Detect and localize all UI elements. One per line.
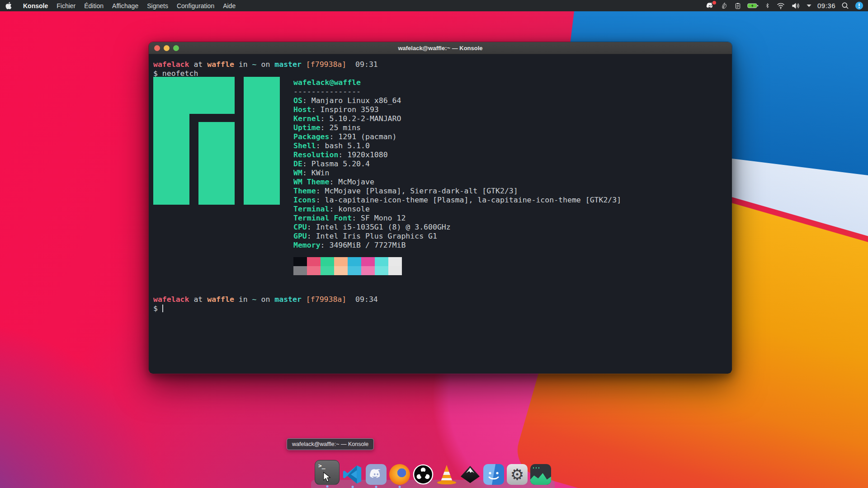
menu-item-configuration[interactable]: Configuration: [177, 2, 214, 9]
prompt-segment: on: [257, 295, 275, 304]
menu-item-affichage[interactable]: Affichage: [112, 2, 138, 9]
palette-swatch: [321, 257, 334, 266]
prompt-segment: [302, 60, 306, 69]
menu-bar: Konsole FichierÉditionAffichageSignetsCo…: [0, 0, 868, 11]
neofetch-entry: Shell: bash 5.1.0: [293, 141, 621, 150]
neofetch-entry: Terminal: konsole: [293, 205, 621, 214]
palette-swatch: [321, 266, 334, 275]
apple-menu-icon[interactable]: [5, 0, 12, 11]
prompt-segment: 09:31: [346, 60, 378, 69]
terminal-content[interactable]: wafelack at waffle in ~ on master [f7993…: [149, 54, 732, 374]
prompt-segment: on: [257, 60, 275, 69]
prompt-segment: waffle: [207, 60, 234, 69]
dock-icon-file-manager[interactable]: [483, 464, 504, 485]
menu-app-name[interactable]: Konsole: [23, 2, 48, 9]
palette-swatch: [361, 266, 375, 275]
prompt-line: wafelack at waffle in ~ on master [f7993…: [153, 295, 378, 304]
neofetch-entry: OS: Manjaro Linux x86_64: [293, 96, 621, 105]
neofetch-entry: Memory: 3496MiB / 7727MiB: [293, 241, 621, 250]
dock-icon-vscode[interactable]: [342, 464, 363, 485]
palette-swatch: [388, 257, 402, 266]
desktop: Konsole FichierÉditionAffichageSignetsCo…: [0, 0, 868, 488]
manjaro-logo-block: [244, 77, 280, 205]
menu-bar-clock[interactable]: 09:36: [817, 2, 835, 9]
prompt-segment: at: [189, 60, 207, 69]
dock-icons: [311, 460, 555, 488]
menu-item-signets[interactable]: Signets: [147, 2, 168, 9]
prompt-segment: ~: [252, 60, 257, 69]
palette-swatch: [375, 257, 388, 266]
neofetch-entry: Theme: McMojave [Plasma], Sierra-dark-al…: [293, 187, 621, 196]
window-title: wafelack@waffle:~ — Konsole: [398, 45, 482, 52]
neofetch-header: wafelack@waffle: [293, 78, 621, 87]
prompt-segment: master: [274, 295, 302, 304]
dock-icon-discord[interactable]: [366, 464, 387, 485]
dock-icon-firefox[interactable]: [389, 464, 410, 485]
prompt-segment: in: [234, 295, 252, 304]
menu-item-édition[interactable]: Édition: [84, 2, 104, 9]
discord-icon[interactable]: [706, 0, 715, 11]
prompt-segment: wafelack: [153, 295, 189, 304]
neofetch-entry: Host: Inspiron 3593: [293, 105, 621, 114]
neofetch-entry: Icons: la-capitaine-icon-theme [Plasma],…: [293, 196, 621, 205]
palette-swatch: [293, 266, 307, 275]
dock-icon-system-monitor[interactable]: [530, 464, 551, 485]
neofetch-entry: Terminal Font: SF Mono 12: [293, 214, 621, 223]
prompt-line: wafelack at waffle in ~ on master [f7993…: [153, 60, 378, 69]
manjaro-logo-block: [198, 122, 235, 205]
zoom-button[interactable]: [173, 45, 179, 51]
search-icon[interactable]: [841, 0, 849, 11]
sketch-flame-icon[interactable]: [721, 0, 728, 11]
user-badge-icon[interactable]: [855, 0, 863, 11]
traffic-lights: [154, 42, 179, 54]
prompt-segment: 09:34: [346, 295, 378, 304]
close-button[interactable]: [154, 45, 160, 51]
menu-item-aide[interactable]: Aide: [223, 2, 236, 9]
dock-icon-system-settings[interactable]: [507, 464, 528, 485]
neofetch-entry: Resolution: 868x488: [293, 150, 621, 160]
chevron-down-icon[interactable]: [807, 0, 811, 11]
dock-icon-obs[interactable]: [413, 464, 434, 485]
battery-charging-icon[interactable]: [747, 0, 759, 11]
palette-swatch: [361, 257, 375, 266]
prompt-segment: [302, 295, 306, 304]
prompt-segment: in: [234, 60, 252, 69]
neofetch-info: wafelack@waffle---------------OS: Manjar…: [293, 78, 621, 250]
palette-row-normal: [293, 257, 402, 266]
dock-tooltip: wafelack@waffle:~ — Konsole: [287, 438, 374, 450]
neofetch-separator: ---------------: [293, 87, 621, 96]
neofetch-entry: WM: KWin: [293, 169, 621, 178]
palette-swatch: [293, 257, 307, 266]
bluetooth-icon[interactable]: [764, 0, 770, 11]
palette-row-bright: [293, 266, 402, 275]
mouse-cursor: [322, 472, 332, 484]
prompt-segment: master: [274, 60, 302, 69]
neofetch-entry: GPU: Intel Iris Plus Graphics G1: [293, 232, 621, 241]
palette-swatch: [307, 266, 321, 275]
palette-swatch: [348, 257, 361, 266]
dock: [311, 460, 555, 488]
window-titlebar[interactable]: wafelack@waffle:~ — Konsole: [149, 42, 732, 54]
menu-bar-left: Konsole FichierÉditionAffichageSignetsCo…: [0, 0, 236, 11]
neofetch-entry: Packages: 1291 (pacman): [293, 132, 621, 141]
clipboard-icon[interactable]: [734, 0, 741, 11]
terminal-color-palette: [293, 257, 402, 275]
prompt-segment: [f79938a]: [306, 295, 346, 304]
prompt-symbol: $: [153, 304, 162, 313]
neofetch-entry: CPU: Intel i5-1035G1 (8) @ 3.600GHz: [293, 223, 621, 232]
menu-item-fichier[interactable]: Fichier: [57, 2, 75, 9]
prompt-segment: [f79938a]: [306, 60, 346, 69]
palette-swatch: [375, 266, 388, 275]
palette-swatch: [307, 257, 321, 266]
neofetch-entry: Uptime: 25 mins: [293, 123, 621, 132]
volume-icon[interactable]: [791, 0, 801, 11]
menu-bar-right: 09:36: [706, 0, 868, 11]
dock-icon-inkscape[interactable]: [460, 464, 481, 485]
wifi-icon[interactable]: [776, 0, 785, 11]
neofetch-entry: Kernel: 5.10.2-2-MANJARO: [293, 114, 621, 123]
minimize-button[interactable]: [164, 45, 170, 51]
dock-icon-vlc[interactable]: [436, 464, 457, 485]
palette-swatch: [334, 266, 348, 275]
palette-swatch: [348, 266, 361, 275]
manjaro-logo-block: [153, 77, 189, 205]
